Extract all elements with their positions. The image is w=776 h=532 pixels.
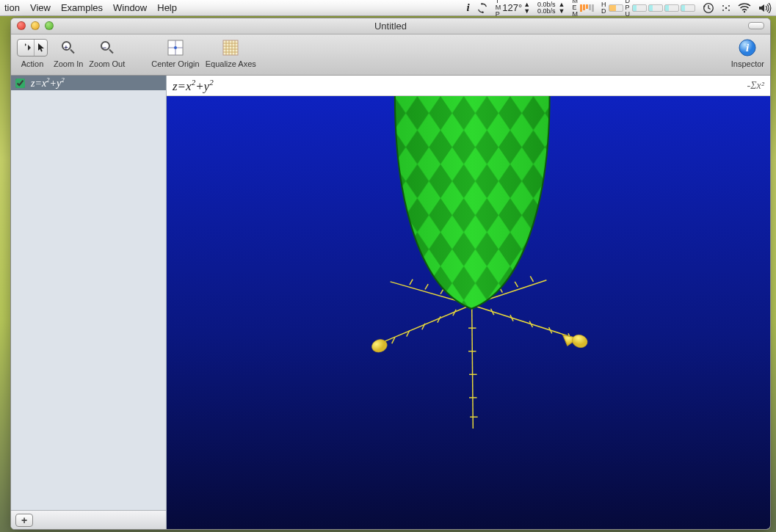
svg-point-1 <box>725 7 727 8</box>
svg-point-10 <box>174 46 177 49</box>
minimize-button[interactable] <box>31 21 40 30</box>
equation-list-item[interactable]: z=x2+y2 <box>11 76 166 90</box>
inspector-tool[interactable]: i Inspector <box>731 37 764 68</box>
wifi-icon[interactable] <box>738 3 751 13</box>
menu-item[interactable]: tion <box>4 2 20 13</box>
equation-text: z=x2+y2 <box>31 76 65 90</box>
equation-visibility-checkbox[interactable] <box>15 79 25 88</box>
app-window: Untitled Action + Zoom In − Z <box>10 18 771 530</box>
zoom-in-tool[interactable]: + Zoom In <box>54 37 83 68</box>
toolbar-pill-icon[interactable] <box>748 22 764 29</box>
svg-point-4 <box>722 10 724 11</box>
sidebar-empty-area[interactable] <box>11 90 166 510</box>
zoom-out-tool[interactable]: − Zoom Out <box>89 37 125 68</box>
sidebar-footer: + <box>11 510 166 529</box>
action-menu-button[interactable] <box>18 40 35 56</box>
menubar-left: tion View Examples Window Help <box>4 2 177 13</box>
toolbar-label: Equalize Axes <box>206 59 256 68</box>
equation-sidebar: z=x2+y2 + <box>11 76 167 529</box>
canvas-area: z=x2+y2 -Σx² <box>167 76 770 529</box>
window-controls <box>17 21 54 30</box>
disk-usage-icon[interactable]: HD DPU <box>601 0 695 18</box>
menubar-right: i TMP 127° ▲▼ 0.0b/s0.0b/s ▲▼ MEM HD <box>467 0 772 18</box>
toolbar: Action + Zoom In − Zoom Out Center Origi… <box>11 34 770 76</box>
menu-item[interactable]: Window <box>113 2 147 13</box>
workspace: z=x2+y2 + z=x2+y2 -Σx² <box>11 76 770 529</box>
toolbar-label: Zoom Out <box>89 59 125 68</box>
network-speed-indicator[interactable]: 0.0b/s0.0b/s ▲▼ <box>537 1 565 15</box>
menu-item[interactable]: Examples <box>61 2 103 13</box>
menu-item[interactable]: View <box>30 2 51 13</box>
window-titlebar[interactable]: Untitled <box>11 18 770 34</box>
svg-point-2 <box>722 5 724 7</box>
svg-point-6 <box>744 10 745 12</box>
svg-point-5 <box>728 10 730 11</box>
system-menubar: tion View Examples Window Help i TMP 127… <box>0 0 776 16</box>
plot-canvas[interactable] <box>167 96 770 529</box>
zoom-button[interactable] <box>45 21 54 30</box>
info-icon[interactable]: i <box>467 1 470 14</box>
volume-icon[interactable] <box>758 3 772 13</box>
equalize-axes-tool[interactable]: Equalize Axes <box>206 37 256 68</box>
sync-icon[interactable] <box>477 3 488 13</box>
time-machine-icon[interactable] <box>703 2 714 14</box>
toolbar-label: Inspector <box>731 59 764 68</box>
pointer-tool-button[interactable] <box>35 40 47 56</box>
temperature-indicator[interactable]: TMP 127° ▲▼ <box>496 0 530 18</box>
toolbar-label: Action <box>21 59 44 68</box>
center-origin-tool[interactable]: Center Origin <box>151 37 199 68</box>
memory-meter-icon[interactable]: MEM <box>573 0 595 18</box>
current-expression[interactable]: z=x2+y2 <box>173 78 214 94</box>
add-equation-button[interactable]: + <box>15 514 33 527</box>
action-segmented-control <box>17 39 48 57</box>
toolbar-label: Zoom In <box>54 59 83 68</box>
window-title: Untitled <box>374 21 407 32</box>
expression-bar: z=x2+y2 -Σx² <box>167 76 770 96</box>
action-tool: Action <box>17 37 48 68</box>
sigma-button[interactable]: -Σx² <box>747 80 764 92</box>
svg-point-3 <box>728 5 730 7</box>
bluetooth-icon[interactable] <box>722 2 730 14</box>
svg-rect-11 <box>223 40 238 55</box>
close-button[interactable] <box>17 21 26 30</box>
toolbar-label: Center Origin <box>151 59 199 68</box>
menu-item[interactable]: Help <box>157 2 177 13</box>
